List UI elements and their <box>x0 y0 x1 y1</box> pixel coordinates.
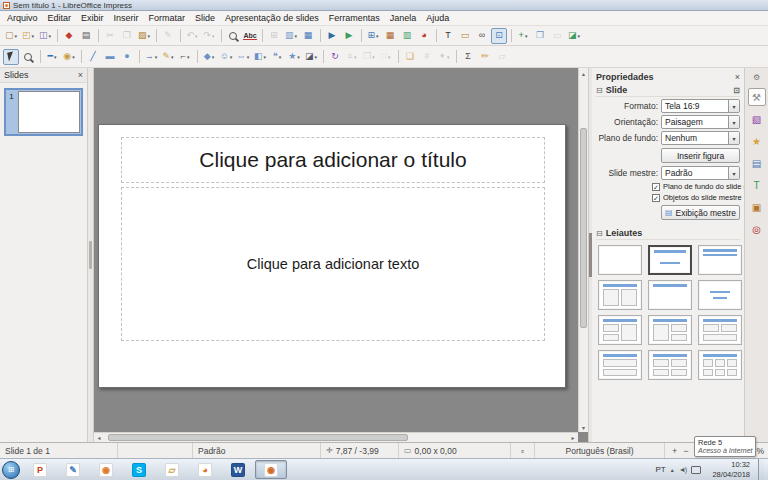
layout-four-content[interactable] <box>648 350 692 380</box>
flowchart-icon[interactable]: ◧▾ <box>252 49 268 65</box>
gallery-icon[interactable]: ▥ <box>399 28 415 44</box>
zoom-in-icon[interactable]: + <box>672 446 677 456</box>
fill-color-icon[interactable]: ◉▾ <box>61 49 77 65</box>
symbol-shapes-icon[interactable]: ☺▾ <box>218 49 234 65</box>
orientation-select[interactable]: Paisagem ▾ <box>661 115 740 129</box>
impress-app-icon[interactable] <box>3 2 10 9</box>
layout-content-and-two-content[interactable] <box>648 315 692 345</box>
insert-image-icon[interactable]: ▦ <box>382 28 398 44</box>
crop-icon[interactable]: # <box>419 49 435 65</box>
chevron-down-icon[interactable]: ▾ <box>728 167 739 179</box>
close-icon[interactable]: × <box>735 72 740 82</box>
layout-two-content-over-content[interactable] <box>698 315 742 345</box>
show-draw-functions-icon[interactable]: ∞ <box>474 28 490 44</box>
undo-icon[interactable]: ↶▾ <box>184 28 200 44</box>
vertical-scroll-thumb[interactable] <box>580 128 587 328</box>
paste-icon[interactable]: ▨▾ <box>136 28 152 44</box>
horizontal-scrollbar[interactable]: ◂ ▸ <box>94 432 578 442</box>
taskbar-media-player-button[interactable]: ◉ <box>90 460 122 479</box>
fontwork-icon[interactable]: ▱ <box>494 49 510 65</box>
clone-formatting-icon[interactable]: ✎ <box>160 28 176 44</box>
hidden-icons-icon[interactable]: ▴ <box>671 466 674 473</box>
menu-apresentacao-de-slides[interactable]: Apresentação de slides <box>220 12 324 24</box>
start-from-first-slide-icon[interactable]: ▶ <box>324 28 340 44</box>
clock[interactable]: 10:32 28/04/2018 <box>706 460 750 479</box>
text-placeholder[interactable]: Clique para adicionar texto <box>121 187 545 341</box>
slide-thumbnail[interactable]: 1 <box>4 88 83 136</box>
sidebar-tab-properties-icon[interactable]: ⚒ <box>748 88 766 106</box>
sidebar-tab-sidebar-settings-icon[interactable]: ⚙ <box>750 71 764 83</box>
curve-icon[interactable]: ✎▾ <box>160 49 176 65</box>
scroll-right-icon[interactable]: ▸ <box>568 434 578 441</box>
sidebar-tab-animation-icon[interactable]: ★ <box>748 132 766 150</box>
select-icon[interactable] <box>3 49 19 65</box>
layout-title-two-content[interactable] <box>598 280 642 310</box>
layout-title-only[interactable] <box>648 280 692 310</box>
new-slide-icon[interactable]: +▾ <box>515 28 531 44</box>
layout-title-content[interactable] <box>698 245 742 275</box>
insert-header-footer-icon[interactable]: ▭ <box>457 28 473 44</box>
menu-inserir[interactable]: Inserir <box>109 12 144 24</box>
checkbox-checked-icon[interactable]: ✓ <box>652 194 660 202</box>
start-from-current-slide-icon[interactable]: ▶ <box>341 28 357 44</box>
layouts-section-header[interactable]: ⊟ Leiautes <box>596 227 740 240</box>
layout-title-slide[interactable] <box>648 245 692 275</box>
sidebar-tab-styles-icon[interactable]: T <box>748 176 766 194</box>
insert-chart-icon[interactable]: ◕ <box>416 28 432 44</box>
display-views-icon[interactable]: ▥▾ <box>283 28 299 44</box>
block-arrows-icon[interactable]: ⇔▾ <box>235 49 251 65</box>
distribute-icon[interactable]: ∷▾ <box>378 49 394 65</box>
master-view-button[interactable]: ▤ Exibição mestre <box>661 205 740 220</box>
background-select[interactable]: Nenhum ▾ <box>661 131 740 145</box>
slide-layout-icon[interactable]: ◪▾ <box>566 28 582 44</box>
new-document-icon[interactable]: ▢▾ <box>3 28 19 44</box>
insert-image-button[interactable]: Inserir figura <box>661 148 740 163</box>
show-desktop-button[interactable] <box>758 459 764 480</box>
chevron-down-icon[interactable]: ▾ <box>728 132 739 144</box>
start-button[interactable]: ⊞ <box>2 461 20 479</box>
status-language[interactable]: Português (Brasil) <box>535 443 665 458</box>
master-slide-select[interactable]: Padrão ▾ <box>661 166 740 180</box>
rectangle-icon[interactable]: ▬ <box>102 49 118 65</box>
speaker-icon[interactable]: ◄) <box>679 466 686 473</box>
insert-line-icon[interactable]: ╱ <box>85 49 101 65</box>
menu-formatar[interactable]: Formatar <box>144 12 191 24</box>
slide-canvas[interactable]: Clique para adicionar o título Clique pa… <box>98 124 566 388</box>
layout-content-over-content[interactable] <box>598 350 642 380</box>
master-objects-checkbox[interactable]: ✓ Objetos do slide mestre <box>652 193 740 202</box>
layout-blank[interactable] <box>598 245 642 275</box>
menu-arquivo[interactable]: Arquivo <box>2 12 43 24</box>
zoom-out-icon[interactable]: − <box>683 446 688 456</box>
shadow-icon[interactable]: ❏ <box>402 49 418 65</box>
points-icon[interactable]: Σ <box>460 49 476 65</box>
lines-and-arrows-icon[interactable]: →▾ <box>143 49 159 65</box>
taskbar-impress-button[interactable]: ◉ <box>255 460 287 479</box>
align-icon[interactable]: ≡▾ <box>344 49 360 65</box>
chevron-down-icon[interactable]: ▾ <box>728 100 739 112</box>
taskbar-explorer-button[interactable]: ▱ <box>156 460 188 479</box>
collapse-icon[interactable]: ⊟ <box>596 229 603 238</box>
display-grid-icon[interactable]: ⊞ <box>266 28 282 44</box>
spelling-icon[interactable]: Abc <box>242 28 258 44</box>
taskbar-powerpoint-button[interactable]: P <box>24 460 56 479</box>
horizontal-scroll-thumb[interactable] <box>108 434 408 441</box>
status-template[interactable]: Padrão <box>193 443 321 458</box>
layout-two-content-and-content[interactable] <box>598 315 642 345</box>
arrange-icon[interactable]: ❐▾ <box>361 49 377 65</box>
copy-icon[interactable]: ❐ <box>119 28 135 44</box>
network-icon[interactable] <box>691 466 701 474</box>
format-select[interactable]: Tela 16:9 ▾ <box>661 99 740 113</box>
menu-exibir[interactable]: Exibir <box>76 12 109 24</box>
glue-points-icon[interactable]: ✏ <box>477 49 493 65</box>
save-icon[interactable]: ◫▾ <box>37 28 53 44</box>
vertical-scrollbar[interactable]: ▴ ▾ <box>578 68 588 432</box>
rotate-icon[interactable]: ↻ <box>327 49 343 65</box>
print-icon[interactable]: ▤ <box>78 28 94 44</box>
snap-guides-icon[interactable]: ⊡ <box>491 28 507 44</box>
insert-textbox-icon[interactable]: T <box>440 28 456 44</box>
find-replace-icon[interactable] <box>225 28 241 44</box>
menu-ajuda[interactable]: Ajuda <box>421 12 454 24</box>
menu-editar[interactable]: Editar <box>43 12 77 24</box>
duplicate-slide-icon[interactable]: ❐ <box>532 28 548 44</box>
3d-objects-icon[interactable]: ◪▾ <box>303 49 319 65</box>
